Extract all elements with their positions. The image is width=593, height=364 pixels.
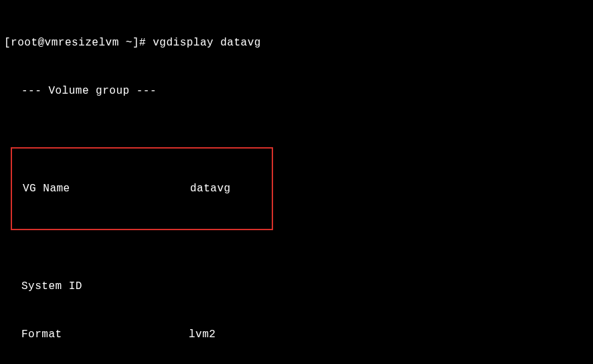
- section-header: --- Volume group ---: [3, 83, 590, 99]
- label-system-id: System ID: [21, 278, 189, 294]
- row-vg-name: VG Name datavg: [12, 181, 272, 197]
- terminal-output: [root@vmresizelvm ~]# vgdisplay datavg -…: [3, 3, 590, 364]
- label-vg-name: VG Name: [23, 181, 190, 197]
- highlight-box-vg-name: VG Name datavg: [11, 147, 273, 230]
- value-format: lvm2: [189, 327, 590, 343]
- row-system-id: System ID: [3, 278, 590, 294]
- label-format: Format: [21, 327, 189, 343]
- value-vg-name: datavg: [190, 181, 272, 197]
- value-system-id: [189, 278, 590, 294]
- row-format: Format lvm2: [3, 327, 590, 343]
- command-prompt: [root@vmresizelvm ~]# vgdisplay datavg: [3, 35, 590, 51]
